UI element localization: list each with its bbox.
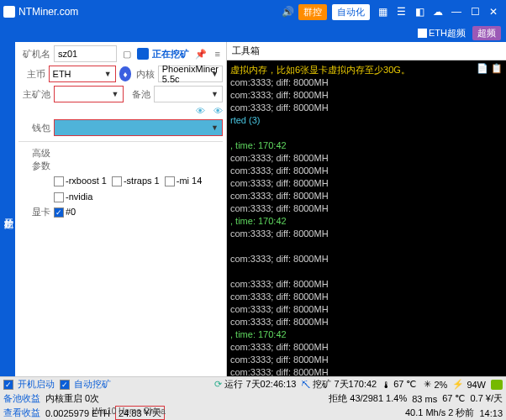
temp-value: 67 ℃ <box>393 379 416 390</box>
console-output: 📄 📋虚拟内存，比如6张显卡虚拟内存至少30G。 com:3333; diff:… <box>227 60 506 376</box>
eye-icon-2[interactable]: 👁 <box>213 106 223 116</box>
app-title: NTMiner.com <box>18 6 78 18</box>
boot-checkbox[interactable]: 开机启动 <box>3 378 55 391</box>
titlebar: NTMiner.com 🔊 群控 自动化 ▦ ☰ ◧ ☁ — ☐ ✕ <box>0 0 506 24</box>
dualpool-select[interactable] <box>154 86 224 102</box>
power-day-value: 0.7 ¥/天 <box>470 392 503 405</box>
clock-value: 14:13 <box>479 408 503 418</box>
qunkong-button[interactable]: 群控 <box>298 4 327 20</box>
status-bar: 开机启动 自动挖矿 ⟳运行7天02:46:13 ⛏挖矿7天170:42 🌡67 … <box>0 376 506 420</box>
maximize-icon[interactable]: ☐ <box>467 4 482 19</box>
opt-straps[interactable]: -straps 1 <box>112 176 160 186</box>
coin-label: 主币 <box>18 68 45 81</box>
automation-button[interactable]: 自动化 <box>332 4 370 20</box>
gpu-label: 显卡 <box>18 206 50 218</box>
config-panel: 矿机名 ▢ 正在挖矿 📌 ≡ 主币 ETH ♦ 内核 PhoenixMiner … <box>15 42 227 376</box>
miner-name-label: 矿机名 <box>18 48 50 60</box>
profit-eth: 0.0025979 ETH <box>45 408 110 418</box>
run-icon: ⟳ <box>214 379 222 390</box>
app-logo-icon <box>3 6 15 18</box>
menu-icon[interactable]: ≡ <box>215 49 220 59</box>
cloud-icon[interactable]: ☁ <box>430 4 445 19</box>
panel-icon[interactable]: ◧ <box>412 4 427 19</box>
gpu-0-checkbox[interactable]: #0 <box>54 207 76 218</box>
opt-mi[interactable]: -mi 14 <box>165 176 203 186</box>
minimize-icon[interactable]: — <box>449 4 464 19</box>
power-icon: ⚡ <box>452 379 464 390</box>
mine-time: 7天170:42 <box>334 378 377 391</box>
pool-label: 主矿池 <box>18 88 50 101</box>
mine-label: 挖矿 <box>313 378 331 391</box>
grid-icon[interactable]: ▦ <box>375 4 390 19</box>
opt-rxboost[interactable]: -rxboost 1 <box>54 176 107 186</box>
eye-icon[interactable]: 👁 <box>196 106 205 116</box>
fan-icon: ✳ <box>424 379 431 390</box>
speaker-icon[interactable]: 🔊 <box>280 4 295 19</box>
fan-value: 2% <box>434 380 447 390</box>
hashrate-value: 40.1 Mh/s 2 秒前 <box>405 407 475 419</box>
power-value: 94W <box>466 380 486 390</box>
wallet-label: 钱包 <box>18 122 50 134</box>
kernel-restart-value: 0次 <box>85 392 99 405</box>
coin-select[interactable]: ETH <box>49 66 116 82</box>
run-label: 运行 <box>224 378 243 391</box>
mine-icon: ⛏ <box>301 380 310 390</box>
temp2-value: 67 ℃ <box>442 393 465 404</box>
close-icon[interactable]: ✕ <box>486 4 501 19</box>
opt-nvidia[interactable]: -nvidia <box>54 192 92 202</box>
copy-icon[interactable]: ▢ <box>123 49 131 60</box>
kernel-label: 内核 <box>134 68 154 81</box>
mining-status-badge: 正在挖矿 <box>137 48 189 60</box>
wallet-select[interactable] <box>54 119 223 136</box>
console-copy-icon[interactable]: 📄 📋 <box>477 62 503 74</box>
pool-select[interactable] <box>54 86 124 102</box>
console-tab-toolbox[interactable]: 工具箱 <box>227 42 506 60</box>
run-time: 7天02:46:13 <box>245 378 296 391</box>
kernel-select[interactable]: PhoenixMiner 5.5c <box>158 66 223 82</box>
temp-icon: 🌡 <box>382 380 391 390</box>
miner-name-input[interactable] <box>54 45 117 62</box>
eth-oc-checkbox[interactable]: ETH超频 <box>418 27 466 39</box>
adv-label: 高级参数 <box>18 147 50 172</box>
reject-value: 拒绝 43/2981 1.4% <box>329 392 407 405</box>
oc-button[interactable]: 超频 <box>472 26 501 40</box>
eth-icon: ♦ <box>119 66 132 81</box>
profit-label[interactable]: 查看收益 <box>3 407 40 419</box>
sidebar-start-mining[interactable]: 开始挖矿 <box>0 42 15 376</box>
pin-icon[interactable]: 📌 <box>195 49 207 60</box>
nvidia-icon <box>491 380 503 390</box>
automine-checkbox[interactable]: 自动挖矿 <box>60 378 111 391</box>
kernel-restart-label: 内核重启 <box>45 392 82 405</box>
latency-value: 83 ms <box>412 394 437 404</box>
toolbar-secondary: ETH超频 超频 <box>0 24 506 42</box>
profit-cny-box: 24.83 ¥/天 <box>115 406 165 420</box>
list-icon[interactable]: ☰ <box>393 4 408 19</box>
dualpool-label: 备池 <box>127 88 150 101</box>
mining-icon <box>137 48 149 60</box>
backup-profit-label[interactable]: 备池收益 <box>3 392 40 405</box>
